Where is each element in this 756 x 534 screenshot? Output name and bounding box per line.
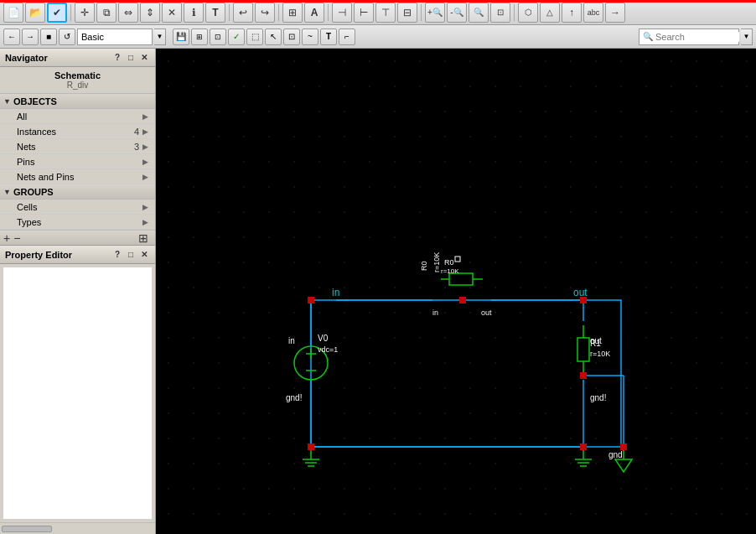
property-editor-content: [3, 267, 152, 519]
search-box[interactable]: 🔍: [639, 29, 739, 45]
select-arrow-button[interactable]: ↖: [265, 29, 282, 45]
objects-section-header[interactable]: ▼ OBJECTS: [0, 94, 155, 109]
nav-add-icon[interactable]: +: [3, 231, 10, 245]
abc-button[interactable]: abc: [583, 3, 603, 23]
zoom-fit-button[interactable]: 🔍: [469, 3, 489, 23]
svg-rect-38: [308, 443, 314, 450]
svg-rect-39: [620, 443, 627, 450]
zoom-sel-button[interactable]: ⊡: [490, 3, 510, 23]
groups-section-header[interactable]: ▼ GROUPS: [0, 184, 155, 200]
left-panel: Navigator ? □ ✕ Schematic R_div ▼ OBJECT…: [0, 49, 156, 534]
hier2-button[interactable]: △: [540, 3, 560, 23]
nets-count: 3: [134, 142, 139, 152]
schematic-canvas[interactable]: in out in out in out V0 vdc=1 gnd! gnd! …: [156, 49, 756, 534]
text-button[interactable]: T: [205, 3, 225, 23]
property-editor-scrollbar[interactable]: [0, 522, 155, 534]
layout-view-button[interactable]: ⊡: [210, 29, 226, 45]
prop-close-icon[interactable]: ✕: [138, 249, 150, 261]
new-button[interactable]: 📄: [3, 3, 23, 23]
svg-text:in: in: [288, 336, 295, 345]
hier-push-button[interactable]: ⊞: [282, 3, 303, 23]
align-right-button[interactable]: ⊢: [354, 3, 374, 23]
toolbar-second: ← → ■ ↺ Basic ▼ 💾 ⊞ ⊡ ✓ ⬚ ↖ ⊡ ~ T ⌐ 🔍 ▼: [0, 25, 756, 49]
svg-text:R0: R0: [444, 258, 454, 267]
forward-button[interactable]: →: [22, 29, 39, 45]
nets-and-pins-arrow-icon: ▶: [142, 173, 148, 181]
svg-text:gnd!: gnd!: [286, 393, 302, 402]
navigator-close-icon[interactable]: ✕: [138, 52, 150, 64]
move-button[interactable]: ✛: [75, 3, 95, 23]
view-select-arrow[interactable]: ▼: [154, 29, 166, 45]
property-editor-icons: ? □ ✕: [111, 249, 150, 261]
schematic-view-button[interactable]: ⊞: [191, 29, 208, 45]
back-button[interactable]: ←: [3, 29, 20, 45]
view-select[interactable]: Basic: [77, 29, 153, 45]
nav-item-types[interactable]: Types ▶: [0, 215, 155, 230]
align-top-button[interactable]: ⊤: [375, 3, 396, 23]
delete-button[interactable]: ✕: [162, 3, 182, 23]
prop-help-icon[interactable]: ?: [111, 249, 123, 261]
sep3: [278, 4, 279, 21]
nav-item-instances[interactable]: Instances 4 ▶: [0, 124, 155, 139]
nav-item-pins[interactable]: Pins ▶: [0, 154, 155, 169]
sep4: [328, 4, 329, 21]
copy-button[interactable]: ⧉: [96, 3, 117, 23]
arrow-r-button[interactable]: →: [605, 3, 625, 23]
distribute-button[interactable]: ⊟: [397, 3, 417, 23]
navigator-float-icon[interactable]: □: [125, 52, 137, 64]
search-dropdown-arrow[interactable]: ▼: [741, 29, 753, 45]
svg-rect-2: [156, 49, 756, 534]
instances-count: 4: [134, 127, 139, 137]
main-area: Navigator ? □ ✕ Schematic R_div ▼ OBJECT…: [0, 49, 756, 534]
a-text-button[interactable]: A: [304, 3, 324, 23]
nav-item-cells[interactable]: Cells ▶: [0, 200, 155, 215]
wire-tool-button[interactable]: ⌐: [339, 29, 355, 45]
nav-item-nets[interactable]: Nets 3 ▶: [0, 139, 155, 154]
svg-rect-37: [580, 443, 587, 450]
select-all-button[interactable]: ⬚: [246, 29, 263, 45]
sep6: [514, 4, 515, 21]
hier1-button[interactable]: ⬡: [518, 3, 538, 23]
property-editor-title: Property Editor: [5, 250, 72, 260]
check-button[interactable]: ✓: [228, 29, 245, 45]
svg-text:R0: R0: [420, 261, 428, 271]
nets-arrow-icon: ▶: [142, 143, 148, 151]
select-net-button[interactable]: ~: [302, 29, 318, 45]
open-button[interactable]: 📂: [25, 3, 45, 23]
save-button[interactable]: ✔: [47, 3, 67, 23]
nav-item-nets-and-pins[interactable]: Nets and Pins ▶: [0, 169, 155, 184]
svg-rect-36: [580, 372, 587, 379]
save2-button[interactable]: 💾: [173, 29, 189, 45]
sep5: [421, 4, 422, 21]
zoom-in-button[interactable]: +🔍: [425, 3, 445, 23]
pins-arrow-icon: ▶: [142, 158, 148, 166]
align-left-button[interactable]: ⊣: [332, 3, 352, 23]
text-tool-button[interactable]: T: [320, 29, 337, 45]
info-button[interactable]: ℹ: [184, 3, 204, 23]
schematic-svg: in out in out in out V0 vdc=1 gnd! gnd! …: [156, 49, 756, 534]
schematic-name: Schematic: [5, 70, 150, 80]
nav-expand-icon[interactable]: ⊞: [138, 231, 148, 245]
undo-button[interactable]: ↩: [233, 3, 253, 23]
property-editor-panel: Property Editor ? □ ✕: [0, 246, 155, 534]
stop-button[interactable]: ■: [40, 29, 57, 45]
mirror-h-button[interactable]: ⇔: [118, 3, 138, 23]
nav-item-all[interactable]: All ▶: [0, 109, 155, 124]
svg-text:gnd!: gnd!: [590, 393, 606, 402]
objects-arrow-icon: ▼: [3, 97, 11, 106]
nav-remove-icon[interactable]: −: [13, 231, 20, 245]
navigator-help-icon[interactable]: ?: [111, 52, 123, 64]
zoom-out-button[interactable]: -🔍: [447, 3, 467, 23]
refresh-button[interactable]: ↺: [59, 29, 75, 45]
redo-button[interactable]: ↪: [255, 3, 275, 23]
pin-up-button[interactable]: ↑: [562, 3, 582, 23]
search-input[interactable]: [655, 32, 739, 42]
instances-arrow-icon: ▶: [142, 127, 148, 136]
all-label: All: [17, 111, 27, 122]
prop-float-icon[interactable]: □: [125, 249, 137, 261]
mirror-v-button[interactable]: ⇕: [140, 3, 160, 23]
select-box-button[interactable]: ⊡: [283, 29, 300, 45]
types-label: Types: [17, 217, 41, 227]
instances-label: Instances: [17, 127, 56, 137]
svg-text:out: out: [481, 308, 492, 317]
